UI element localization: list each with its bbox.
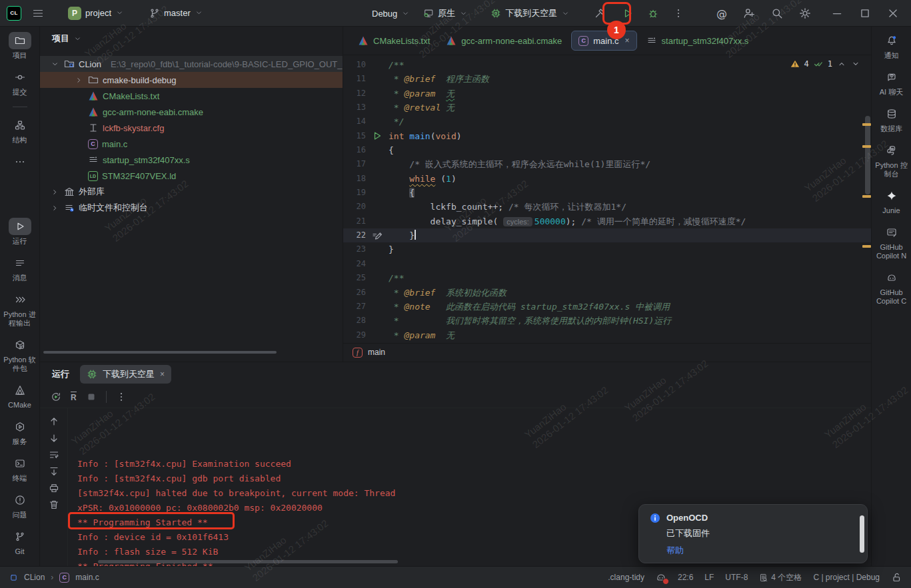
- tree-item-gcc-arm-none-eabi.cmake[interactable]: gcc-arm-none-eabi.cmake: [40, 104, 343, 120]
- stripe-item-结构[interactable]: 结构: [1, 117, 39, 145]
- stop-icon[interactable]: [86, 392, 97, 402]
- encoding-widget[interactable]: UTF-8: [725, 573, 748, 582]
- caret-position-widget[interactable]: 22:6: [678, 573, 693, 582]
- search-icon[interactable]: [771, 7, 783, 19]
- code-line-14[interactable]: 14 */: [343, 115, 871, 129]
- window-minimize-button[interactable]: [831, 7, 843, 19]
- code-line-29[interactable]: 29 * @param 无: [343, 328, 871, 342]
- inspections-widget[interactable]: 4 1: [790, 59, 860, 69]
- code-line-17[interactable]: 17 /* 嵌入式系统的主循环，程序会永远在while(1)里面运行*/: [343, 157, 871, 171]
- editor-tab-CMakeLists.txt[interactable]: CMakeLists.txt: [351, 31, 437, 51]
- console-horizontal-scrollbar[interactable]: [98, 560, 398, 563]
- down-stacktrace-icon[interactable]: [49, 433, 59, 443]
- code-line-15[interactable]: 15int main(void): [343, 129, 871, 143]
- debug-button[interactable]: [643, 4, 663, 23]
- vcs-branch-widget[interactable]: master: [145, 5, 207, 21]
- run-configuration-selector[interactable]: 下载到天空星: [486, 5, 574, 22]
- tree-root-row[interactable]: CLion E:\3_repo\0_fdb\1_tutorial-code\9-…: [40, 56, 343, 72]
- code-line-11[interactable]: 11 * @brief 程序主函数: [343, 72, 871, 86]
- scroll-to-end-icon[interactable]: [49, 466, 59, 477]
- project-widget[interactable]: P project: [64, 4, 128, 23]
- code-line-16[interactable]: 16{: [343, 143, 871, 157]
- code-line-20[interactable]: 20 lckfb_count++; /* 每次循环，让计数器加1*/: [343, 200, 871, 214]
- stripe-item-消息[interactable]: 消息: [1, 254, 39, 282]
- editor-tab-startup_stm32f407xx.s[interactable]: startup_stm32f407xx.s: [640, 31, 756, 51]
- stripe-item-运行[interactable]: 运行: [1, 218, 39, 246]
- tree-item-CMakeLists.txt[interactable]: CMakeLists.txt: [40, 88, 343, 104]
- settings-gear-icon[interactable]: [799, 7, 811, 19]
- stripe-item-CMake[interactable]: CMake: [1, 382, 39, 410]
- soft-wrap-icon[interactable]: [49, 449, 59, 460]
- stripe-item-数据库[interactable]: 数据库: [872, 105, 911, 133]
- editor-tab-main.c[interactable]: Cmain.c×: [571, 31, 636, 51]
- analysis-context-widget[interactable]: C | project | Debug: [813, 573, 880, 582]
- stripe-item-项目[interactable]: 项目: [1, 32, 39, 60]
- editor-tab-gcc-arm-none-eabi.cmake[interactable]: gcc-arm-none-eabi.cmake: [439, 31, 568, 51]
- lock-icon[interactable]: [891, 572, 902, 583]
- code-line-13[interactable]: 13 * @retval 无: [343, 101, 871, 115]
- tree-item-外部库[interactable]: 外部库: [40, 184, 343, 200]
- stripe-item-GitHub Copilot N[interactable]: GitHub Copilot N: [872, 224, 911, 260]
- build-type-selector[interactable]: Debug: [368, 6, 414, 21]
- project-horizontal-scrollbar[interactable]: [43, 351, 277, 354]
- stripe-item-more[interactable]: [1, 153, 39, 170]
- warning-stripe-mark[interactable]: [862, 195, 871, 198]
- code-editor[interactable]: 4 1 10/**11 * @brief 程序主函数12 * @param 无1…: [343, 55, 871, 343]
- rerun-icon[interactable]: [51, 392, 61, 402]
- close-tab-icon[interactable]: ×: [625, 36, 630, 45]
- tree-item-STM32F407VEX.ld[interactable]: LDSTM32F407VEX.ld: [40, 168, 343, 184]
- code-line-21[interactable]: 21 delay_simple( cycles:500000); /* 调用一个…: [343, 214, 871, 228]
- warning-stripe-mark[interactable]: [862, 123, 871, 126]
- more-actions-button[interactable]: [668, 4, 688, 23]
- chevron-down-icon[interactable]: [73, 35, 82, 43]
- line-ending-widget[interactable]: LF: [704, 573, 714, 582]
- status-app-name[interactable]: CLion: [24, 573, 45, 582]
- code-line-24[interactable]: 24: [343, 257, 871, 271]
- main-menu-button[interactable]: [28, 4, 48, 23]
- warning-stripe-mark[interactable]: [862, 145, 871, 148]
- breadcrumb-function-name[interactable]: main: [368, 348, 385, 357]
- stripe-item-Python 控制台[interactable]: Python 控制台: [872, 142, 911, 178]
- stripe-item-通知[interactable]: 通知: [872, 32, 911, 60]
- close-tab-icon[interactable]: ×: [160, 370, 165, 379]
- toolchain-selector[interactable]: 原生: [419, 5, 472, 22]
- indent-widget[interactable]: 4 个空格: [759, 572, 802, 583]
- tree-item-临时文件和控制台[interactable]: 临时文件和控制台: [40, 200, 343, 216]
- code-line-12[interactable]: 12 * @param 无: [343, 87, 871, 101]
- stripe-item-Python 进程输出[interactable]: Python 进程输出: [1, 291, 39, 328]
- window-close-button[interactable]: [887, 7, 899, 19]
- tree-item-cmake-build-debug[interactable]: cmake-build-debug: [40, 72, 343, 88]
- add-user-icon[interactable]: [743, 7, 755, 19]
- code-line-18[interactable]: 18 while (1): [343, 172, 871, 186]
- run-tab[interactable]: 下载到天空星 ×: [80, 365, 171, 384]
- code-line-22[interactable]: 22 }: [343, 228, 871, 242]
- tree-item-lckfb-skystar.cfg[interactable]: lckfb-skystar.cfg: [40, 120, 343, 136]
- stripe-item-AI 聊天[interactable]: AI 聊天: [872, 69, 911, 97]
- code-line-26[interactable]: 26 * @brief 系统初始化函数: [343, 286, 871, 300]
- up-stacktrace-icon[interactable]: [49, 416, 59, 427]
- prev-problem-chevron-icon[interactable]: [837, 59, 846, 69]
- stripe-item-终端[interactable]: 终端: [1, 455, 39, 483]
- stripe-item-问题[interactable]: 问题: [1, 491, 39, 519]
- tree-item-main.c[interactable]: Cmain.c: [40, 136, 343, 152]
- warning-stripe-mark[interactable]: [862, 245, 871, 248]
- tree-item-startup_stm32f407xx.s[interactable]: startup_stm32f407xx.s: [40, 152, 343, 168]
- code-line-28[interactable]: 28 * 我们暂时将其留空，系统将使用默认的内部时钟(HSI)运行: [343, 314, 871, 328]
- code-line-27[interactable]: 27 * @note 此函数在启动代码 startup_stm32f407xx.…: [343, 300, 871, 314]
- print-icon[interactable]: [49, 483, 59, 493]
- stripe-item-服务[interactable]: 服务: [1, 418, 39, 446]
- code-line-23[interactable]: 23}: [343, 242, 871, 256]
- code-line-19[interactable]: 19 {: [343, 186, 871, 200]
- stripe-item-Junie[interactable]: Junie: [872, 187, 911, 215]
- clear-console-icon[interactable]: [49, 499, 59, 510]
- stripe-item-Git[interactable]: Git: [1, 528, 39, 556]
- editor-vertical-scrollbar[interactable]: [865, 116, 870, 194]
- code-with-me-icon[interactable]: @: [716, 7, 727, 20]
- chevron-down-icon[interactable]: [51, 60, 59, 69]
- copilot-status-icon[interactable]: [656, 572, 666, 583]
- stripe-item-Python 软件包[interactable]: Python 软件包: [1, 336, 39, 373]
- status-file-name[interactable]: main.c: [75, 573, 99, 582]
- window-maximize-button[interactable]: [859, 7, 871, 19]
- notification-scrollbar[interactable]: [860, 515, 864, 553]
- stripe-item-GitHub Copilot C[interactable]: GitHub Copilot C: [872, 269, 911, 306]
